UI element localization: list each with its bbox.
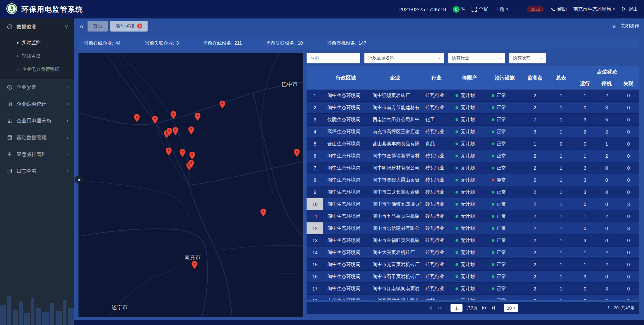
- table-header: 行政区域 企业 行业 停限产 治污设施 监测点 总表 点位状态: [307, 66, 639, 90]
- table-row[interactable]: 5营山生态环境局营山县润丰肉食品有限食品无计划正常10010: [307, 138, 639, 150]
- name-filter-input[interactable]: [307, 53, 360, 63]
- cell-company: 阆中市金福旺页岩机砖: [369, 234, 422, 246]
- cell-meters: 1: [548, 210, 574, 222]
- sidebar-item-base-data[interactable]: 基础数据管理 ‹: [0, 129, 74, 146]
- table-row[interactable]: 8阆中生态环境局阆中市枣碧大梁山页岩砖瓦行业无计划异常21300: [307, 174, 639, 186]
- theme-dropdown[interactable]: 主题 ▾: [495, 6, 508, 12]
- table-row[interactable]: 2阆中生态环境局阆中市南方节能建材有砖瓦行业无计划正常21030: [307, 102, 639, 114]
- table-row[interactable]: 11阆中生态环境局阆中市五马桥页岩机砖砖瓦行业无计划正常21120: [307, 210, 639, 222]
- logout-button[interactable]: 退出: [622, 6, 638, 12]
- cell-monitors: 2: [522, 259, 548, 270]
- pagination-bar: 共3页 20 ▾: [307, 302, 639, 314]
- cell-limit: 无计划: [451, 247, 488, 258]
- table-row[interactable]: 15阆中生态环境局阆中市光富页岩机砖厂砖瓦行业无计划正常21120: [307, 259, 639, 271]
- row-index: 7: [307, 162, 323, 174]
- announcement-button[interactable]: [515, 7, 520, 12]
- close-operations-button[interactable]: 关闭操作: [621, 23, 639, 29]
- sidebar-item-enterprise-abnormal[interactable]: 企业异常 ‹: [0, 79, 74, 96]
- status-filter-select[interactable]: 所有状态 ▾: [509, 53, 546, 63]
- sidebar-item-video-monitor[interactable]: 视频监控: [0, 49, 74, 63]
- table-row[interactable]: 1阆中生态环境局阆中强锐页岩砖厂砖瓦行业无计划正常21120: [307, 90, 639, 102]
- sidebar-item-power-load-detail[interactable]: 企业电力负荷明细: [0, 63, 74, 76]
- cell-meters: 1: [548, 186, 574, 198]
- org-dropdown[interactable]: 南充市生态环境局 ▾: [573, 6, 615, 12]
- table-row[interactable]: 10阆中生态环境局阆中市千佛镇五郎垭页岩砖瓦行业无计划正常21003: [307, 198, 639, 210]
- cell-monitors: 1: [522, 138, 548, 150]
- cell-meters: 1: [548, 283, 574, 294]
- table-row[interactable]: 6阆中生态环境局阆中市金博瑞新型墙材砖瓦行业无计划正常21120: [307, 150, 639, 162]
- cell-region: 阆中生态环境局: [323, 174, 369, 186]
- row-index: 13: [307, 234, 323, 246]
- scroll-tabs-left-icon[interactable]: «: [78, 23, 85, 30]
- cell-company: 阆中市五马桥页岩机砖: [369, 210, 422, 222]
- page-size-select[interactable]: 20 ▾: [504, 304, 518, 312]
- status-dot: [492, 215, 494, 218]
- fullscreen-button[interactable]: 全屏: [472, 6, 488, 12]
- sidebar-subitem-label: 企业电力负荷明细: [22, 66, 59, 72]
- sidebar-item-emergency-reduction[interactable]: 应急减排管理 ‹: [0, 146, 74, 163]
- cell-facility: 正常: [488, 186, 522, 198]
- prev-page-icon[interactable]: [437, 306, 442, 310]
- cell-stop: 3: [596, 295, 618, 300]
- sidebar-item-data-monitoring[interactable]: 数据监测 ∨: [0, 18, 74, 35]
- status-dot: [455, 300, 458, 301]
- sidebar-item-enterprise-statistics[interactable]: 企业综合统计 ‹: [0, 96, 74, 112]
- table-row[interactable]: 3仪陇生态环境局西南油气田分公司川中化工无计划正常71350: [307, 114, 639, 126]
- last-page-icon[interactable]: [491, 306, 496, 310]
- cell-facility: 正常: [488, 102, 522, 113]
- gauge-icon: [7, 24, 13, 30]
- close-tab-icon[interactable]: ×: [137, 23, 142, 29]
- status-dot: [492, 106, 494, 109]
- cell-monitors: 7: [522, 114, 548, 125]
- cell-meters: 1: [548, 222, 574, 234]
- sidebar-item-log-view[interactable]: 日志查看 ‹: [0, 163, 74, 179]
- filter-row: 行政区域名称 ▾ 所有行业 ▾ 所有状态 ▾: [307, 53, 639, 63]
- tab-realtime-monitor[interactable]: 实时监控 ×: [110, 21, 148, 32]
- table-row[interactable]: 16阆中生态环境局阆中市石子页岩机砖厂砖瓦行业无计划正常21300: [307, 271, 639, 283]
- cell-limit: 无计划: [451, 186, 488, 198]
- chevron-down-icon: ∨: [64, 24, 68, 30]
- scroll-tabs-right-icon[interactable]: »: [611, 23, 617, 30]
- table-row[interactable]: 12阆中生态环境局阆中市忠信建材有限公砖瓦行业无计划正常21003: [307, 222, 639, 234]
- table-row[interactable]: 4高坪生态环境局南充市高坪区王家店建砖瓦行业无计划正常31220: [307, 126, 639, 138]
- map-panel[interactable]: 巴中市南充市遂宁市 ◀: [78, 53, 303, 317]
- header-point-status: 点位状态: [574, 66, 639, 78]
- header-run: 运行: [574, 78, 596, 90]
- industry-filter-select[interactable]: 所有行业 ▾: [448, 53, 505, 63]
- sidebar-subitem-label: 视频监控: [22, 53, 41, 59]
- page-size-value: 20: [507, 306, 512, 311]
- stat-lost-devices: 当前失联设备:10: [266, 40, 303, 46]
- cell-lost: 0: [618, 90, 639, 101]
- table-row[interactable]: 14阆中生态环境局阆中大兴页岩机砖厂砖瓦行业无计划正常21120: [307, 247, 639, 259]
- cell-region: 阆中生态环境局: [323, 90, 369, 101]
- cell-monitors: 2: [522, 174, 548, 186]
- table-row[interactable]: 13阆中生态环境局阆中市金福旺页岩机砖砖瓦行业无计划正常21300: [307, 234, 639, 247]
- table-row[interactable]: 7阆中生态环境局阆中明阳建材有限公司砖瓦行业无计划正常21300: [307, 162, 639, 174]
- first-page-icon[interactable]: [428, 306, 433, 310]
- fullscreen-icon: [472, 7, 477, 12]
- status-dot: [455, 227, 458, 230]
- sidebar-item-realtime-monitor[interactable]: 实时监控: [0, 36, 74, 49]
- table-row[interactable]: 18南部生态环境局南部县双佛水泥有限公建材无计划正常21030: [307, 295, 639, 300]
- alert-count-badge[interactable]: 2632: [527, 6, 544, 12]
- chevron-left-icon: ‹: [67, 168, 68, 174]
- cell-meters: 1: [548, 259, 574, 270]
- cell-monitors: 2: [522, 210, 548, 222]
- page-number-input[interactable]: [450, 304, 463, 312]
- sidebar-item-power-analysis[interactable]: 企业用电量分析 ‹: [0, 112, 74, 129]
- status-dot: [455, 239, 458, 242]
- next-page-icon[interactable]: [482, 306, 487, 310]
- chevron-down-icon: ▾: [506, 7, 508, 11]
- status-dot: [492, 227, 494, 230]
- cell-monitors: 2: [522, 222, 548, 234]
- chevron-down-icon: ▾: [613, 7, 615, 11]
- help-button[interactable]: 帮助: [550, 6, 567, 12]
- tab-home[interactable]: 首页: [88, 21, 108, 32]
- tab-bar: « 首页 实时监控 × » 关闭操作: [74, 18, 644, 34]
- cell-meters: 1: [548, 90, 574, 101]
- status-dot: [455, 191, 458, 194]
- table-row[interactable]: 9阆中生态环境局阆中市二龙长宝页岩砖砖瓦行业无计划正常21300: [307, 186, 639, 198]
- region-filter-select[interactable]: 行政区域名称 ▾: [364, 53, 444, 63]
- table-row[interactable]: 17阆中生态环境局阆中市江南镇阆南页岩砖瓦行业无计划正常21030: [307, 283, 639, 295]
- cell-stop: 2: [596, 90, 618, 101]
